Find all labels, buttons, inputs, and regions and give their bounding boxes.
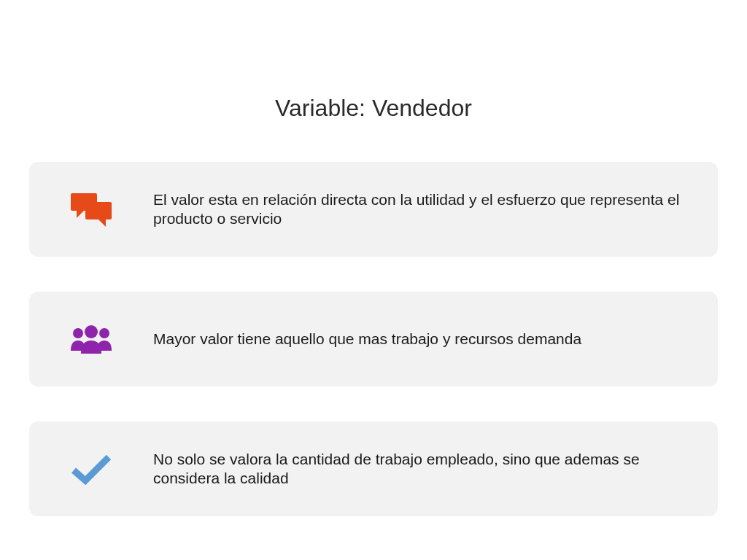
icon-col-2: [29, 320, 153, 358]
icon-col-1: [29, 190, 153, 228]
chat-icon: [68, 190, 115, 228]
svg-point-6: [85, 325, 98, 338]
team-icon: [68, 320, 115, 358]
svg-point-4: [73, 328, 83, 338]
check-icon: [68, 450, 115, 488]
svg-marker-3: [97, 218, 106, 227]
row-3: No solo se valora la cantidad de trabajo…: [29, 421, 718, 516]
svg-point-5: [99, 328, 109, 338]
row-2: Mayor valor tiene aquello que mas trabaj…: [29, 292, 718, 386]
slide-title: Variable: Vendedor: [0, 95, 747, 122]
row-2-text: Mayor valor tiene aquello que mas trabaj…: [153, 330, 696, 349]
slide: Variable: Vendedor El valor esta en rela…: [0, 95, 747, 560]
row-1-text: El valor esta en relación directa con la…: [153, 190, 696, 229]
content-rows: El valor esta en relación directa con la…: [0, 162, 747, 516]
icon-col-3: [29, 450, 153, 488]
row-1: El valor esta en relación directa con la…: [29, 162, 718, 257]
svg-marker-1: [77, 209, 85, 218]
svg-rect-2: [85, 202, 112, 219]
row-3-text: No solo se valora la cantidad de trabajo…: [153, 450, 696, 489]
